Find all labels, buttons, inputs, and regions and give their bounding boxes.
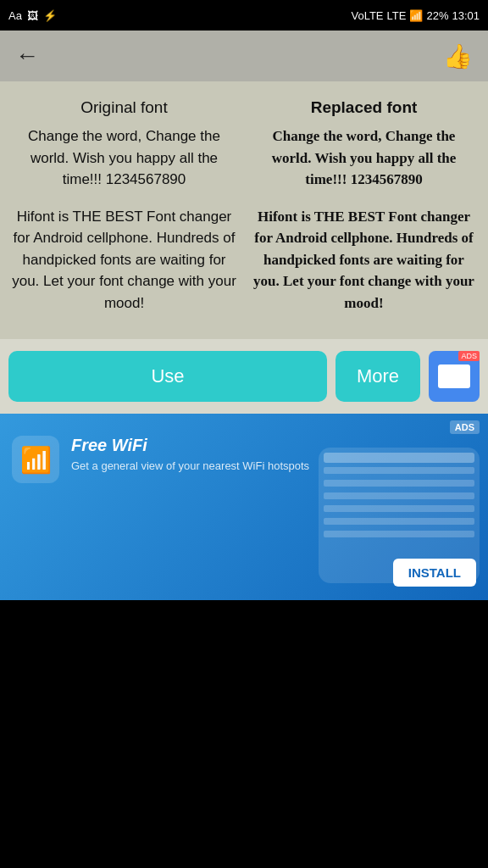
network-bars-icon: 📶 [409, 9, 423, 22]
ads-label: ADS [450, 420, 480, 434]
main-content: Original font Change the word, Change th… [0, 81, 488, 339]
ad-app-name: Free WiFi [71, 436, 309, 455]
phone-row-5 [324, 518, 474, 525]
icon-usb: ⚡ [43, 9, 57, 22]
volte-icon: VoLTE [351, 9, 383, 22]
replaced-sample-text-1: Change the word, Change the world. Wish … [248, 125, 480, 191]
icon-aa: Aa [8, 9, 22, 22]
original-sample-text-2: Hifont is THE BEST Font changer for Andr… [8, 206, 240, 314]
action-bar: Use More ADS [0, 339, 488, 414]
status-bar: Aa 🖼 ⚡ VoLTE LTE 📶 22% 13:01 [0, 0, 488, 31]
ad-icon-box[interactable]: ADS [429, 351, 480, 402]
phone-row-2 [324, 480, 474, 487]
status-right-info: VoLTE LTE 📶 22% 13:01 [351, 9, 480, 22]
replaced-font-header: Replaced font [248, 98, 480, 125]
use-button[interactable]: Use [8, 351, 327, 402]
ads-badge: ADS [458, 351, 480, 361]
lte-icon: LTE [387, 9, 407, 22]
nav-bar: ← 👍 [0, 31, 488, 81]
original-font-header: Original font [8, 98, 240, 125]
phone-row-3 [324, 492, 474, 499]
back-button[interactable]: ← [15, 42, 39, 70]
phone-row-6 [324, 531, 474, 537]
replaced-sample-text-2: Hifont is THE BEST Font changer for Andr… [248, 206, 480, 314]
ad-text: Free WiFi Get a general view of your nea… [71, 436, 309, 474]
wifi-icon: 📶 [20, 445, 52, 475]
font-comparison-grid: Original font Change the word, Change th… [8, 98, 480, 314]
battery-icon: 22% [426, 9, 448, 22]
replaced-font-col: Replaced font Change the word, Change th… [248, 98, 480, 314]
icon-img: 🖼 [27, 9, 38, 22]
original-font-col: Original font Change the word, Change th… [8, 98, 240, 314]
wifi-icon-box: 📶 [12, 436, 59, 483]
status-left-icons: Aa 🖼 ⚡ [8, 9, 57, 22]
ad-banner: ADS 📶 Free WiFi Get a general view of yo… [0, 414, 488, 600]
more-button[interactable]: More [336, 351, 420, 402]
install-button[interactable]: INSTALL [393, 559, 476, 587]
phone-row-4 [324, 505, 474, 512]
phone-header [324, 453, 474, 463]
phone-row-1 [324, 467, 474, 474]
clock: 13:01 [452, 9, 480, 22]
original-sample-text-1: Change the word, Change the world. Wish … [8, 125, 240, 191]
ad-description: Get a general view of your nearest WiFi … [71, 459, 309, 474]
thumbup-button[interactable]: 👍 [443, 42, 473, 70]
